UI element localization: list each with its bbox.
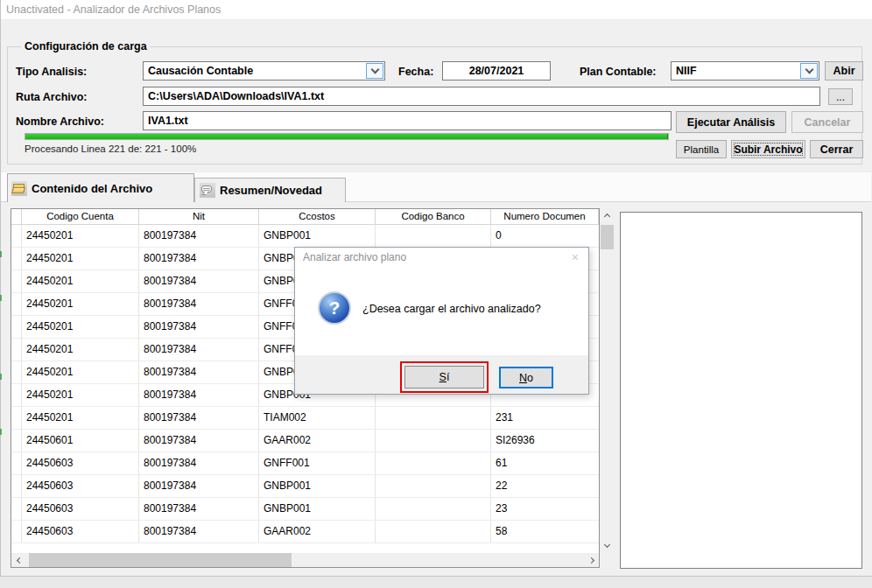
column-header-codigo-banco[interactable]: Codigo Banco (376, 209, 491, 224)
table-row[interactable]: 24450201 800197384 TIAM002 231 (11, 407, 599, 430)
horizontal-scrollbar[interactable] (11, 553, 599, 567)
tab-resumen-novedad[interactable]: Resumen/Novedad (194, 178, 346, 202)
cell-codigo-cuenta[interactable]: 24450201 (22, 225, 139, 247)
cell-codigo-cuenta[interactable]: 24450201 (22, 407, 139, 429)
cell-numero-documento[interactable]: 58 (491, 521, 599, 542)
cell-codigo-banco[interactable] (376, 430, 491, 452)
abir-button[interactable]: Abir (825, 61, 863, 80)
scroll-down-icon[interactable] (600, 539, 614, 553)
cerrar-button[interactable]: Cerrar (810, 140, 863, 158)
resultado-textarea[interactable] (620, 212, 862, 569)
plan-contable-combo[interactable]: NIIF (671, 61, 819, 80)
column-header-numero-documento[interactable]: Numero Documen (491, 209, 599, 224)
progress-status: Procesando Linea 221 de: 221 - 100% (25, 144, 196, 154)
open-folder-icon (11, 181, 27, 196)
cell-nit[interactable]: 800197384 (139, 498, 259, 520)
cell-ccostos[interactable]: GAAR002 (259, 430, 376, 452)
cell-nit[interactable]: 800197384 (139, 270, 259, 292)
cell-numero-documento[interactable]: SI26936 (491, 430, 599, 452)
cell-ccostos[interactable]: GNBP001 (259, 225, 376, 247)
subir-archivo-button[interactable]: Subir Archivo (731, 140, 805, 158)
tipo-analisis-combo[interactable]: Causación Contable (143, 61, 385, 80)
cell-nit[interactable]: 800197384 (139, 521, 259, 542)
cell-codigo-banco[interactable] (376, 452, 491, 474)
cell-codigo-cuenta[interactable]: 24450603 (22, 475, 139, 497)
cell-numero-documento[interactable]: 0 (491, 225, 599, 247)
cell-numero-documento[interactable]: 231 (491, 407, 599, 429)
plan-contable-value: NIIF (676, 65, 697, 77)
cell-ccostos[interactable]: GAAR002 (259, 521, 376, 542)
cell-nit[interactable]: 800197384 (139, 361, 259, 383)
vertical-scrollbar[interactable] (600, 208, 615, 553)
table-row[interactable]: 24450603 800197384 GAAR002 58 (11, 521, 599, 543)
cell-codigo-cuenta[interactable]: 24450201 (22, 248, 139, 270)
no-button[interactable]: No (499, 367, 553, 388)
cell-nit[interactable]: 800197384 (139, 248, 259, 270)
cell-numero-documento[interactable]: 23 (491, 498, 599, 520)
vertical-scrollbar-thumb[interactable] (601, 225, 614, 249)
table-row[interactable]: 24450603 800197384 GNFF001 61 (11, 452, 599, 475)
column-header-nit[interactable]: Nit (139, 209, 259, 224)
plantilla-button[interactable]: Plantilla (676, 140, 727, 158)
cell-nit[interactable]: 800197384 (139, 475, 259, 497)
cell-ccostos[interactable]: GNBP001 (259, 475, 376, 497)
scroll-up-icon[interactable] (600, 208, 614, 222)
cell-codigo-cuenta[interactable]: 24450601 (22, 430, 139, 452)
cell-codigo-banco[interactable] (376, 475, 491, 497)
analizar-archivo-plano-dialog: Analizar archivo plano × ? ¿Desea cargar… (294, 247, 589, 395)
table-row[interactable]: 24450603 800197384 GNBP001 23 (11, 498, 599, 521)
cell-numero-documento[interactable]: 61 (491, 452, 599, 474)
cell-nit[interactable]: 800197384 (139, 430, 259, 452)
fecha-field[interactable]: 28/07/2021 (442, 61, 551, 80)
cell-codigo-cuenta[interactable]: 24450603 (22, 452, 139, 474)
table-row[interactable]: 24450201 800197384 GNBP001 0 (11, 225, 599, 248)
cell-codigo-banco[interactable] (376, 521, 491, 542)
close-icon[interactable]: × (572, 250, 579, 264)
cell-nit[interactable]: 800197384 (139, 407, 259, 429)
cell-codigo-banco[interactable] (376, 407, 491, 429)
cell-codigo-cuenta[interactable]: 24450603 (22, 521, 139, 542)
ruta-archivo-label: Ruta Archivo: (16, 91, 88, 103)
cell-nit[interactable]: 800197384 (139, 225, 259, 247)
cell-ccostos[interactable]: TIAM002 (259, 407, 376, 429)
cell-nit[interactable]: 800197384 (139, 384, 259, 406)
config-groupbox-legend: Configuración de carga (21, 40, 151, 52)
cell-codigo-cuenta[interactable]: 24450201 (22, 361, 139, 383)
cell-nit[interactable]: 800197384 (139, 293, 259, 315)
browse-button[interactable]: ... (828, 88, 853, 105)
cell-codigo-cuenta[interactable]: 24450603 (22, 498, 139, 520)
cell-codigo-banco[interactable] (376, 225, 491, 247)
cell-nit[interactable]: 800197384 (139, 339, 259, 360)
scroll-left-icon[interactable] (11, 553, 25, 567)
column-header-ccostos[interactable]: Ccostos (259, 209, 376, 224)
table-row[interactable]: 24450603 800197384 GNBP001 22 (11, 475, 599, 498)
ruta-archivo-field[interactable]: C:\Users\ADA\Downloads\IVA1.txt (143, 87, 820, 106)
nombre-archivo-label: Nombre Archivo: (16, 116, 104, 128)
nombre-archivo-field[interactable]: IVA1.txt (143, 111, 672, 130)
chevron-down-icon[interactable] (800, 63, 818, 79)
fecha-label: Fecha: (398, 66, 433, 78)
table-row[interactable]: 24450601 800197384 GAAR002 SI26936 (11, 430, 599, 452)
cell-codigo-cuenta[interactable]: 24450201 (22, 270, 139, 292)
row-header (11, 361, 22, 383)
cell-codigo-cuenta[interactable]: 24450201 (22, 316, 139, 338)
comment-icon (200, 183, 215, 198)
cell-ccostos[interactable]: GNFF001 (259, 452, 376, 474)
chevron-down-icon[interactable] (366, 63, 383, 79)
row-header (11, 452, 22, 474)
cell-nit[interactable]: 800197384 (139, 316, 259, 338)
cancelar-button[interactable]: Cancelar (791, 111, 863, 133)
ejecutar-analisis-button[interactable]: Ejecutar Análisis (676, 111, 786, 133)
scroll-right-icon[interactable] (585, 553, 599, 567)
tab-contenido-del-archivo[interactable]: Contenido del Archivo (7, 173, 194, 202)
cell-ccostos[interactable]: GNBP001 (259, 498, 376, 520)
cell-nit[interactable]: 800197384 (139, 452, 259, 474)
horizontal-scrollbar-thumb[interactable] (29, 553, 292, 567)
row-header (11, 498, 22, 520)
cell-codigo-cuenta[interactable]: 24450201 (22, 293, 139, 315)
column-header-codigo-cuenta[interactable]: Codigo Cuenta (22, 209, 139, 224)
cell-codigo-banco[interactable] (376, 498, 491, 520)
cell-codigo-cuenta[interactable]: 24450201 (22, 339, 139, 360)
cell-codigo-cuenta[interactable]: 24450201 (22, 384, 139, 406)
cell-numero-documento[interactable]: 22 (491, 475, 599, 497)
